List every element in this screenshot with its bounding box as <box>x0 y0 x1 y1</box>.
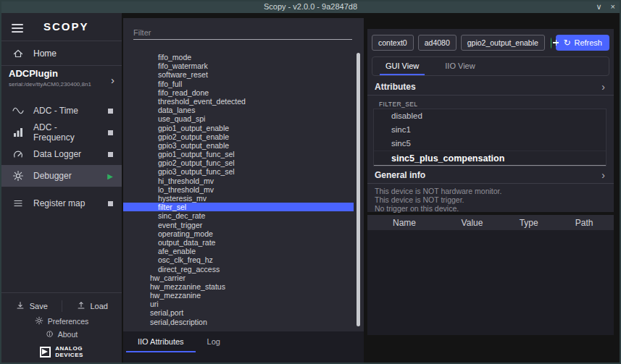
tree-item[interactable]: gpio3_output_func_sel <box>123 167 354 176</box>
tree-item[interactable]: gpio2_output_enable <box>123 132 354 141</box>
collapse-icon[interactable]: ∨ <box>596 0 602 13</box>
load-icon <box>76 300 86 312</box>
chevron-right-icon[interactable]: › <box>111 74 114 86</box>
tree-item[interactable]: lo_threshold_mv <box>123 185 354 194</box>
chevron-right-icon[interactable]: › <box>601 169 605 181</box>
stop-indicator-icon[interactable] <box>108 109 113 114</box>
load-button[interactable]: Load <box>62 300 122 312</box>
info-line: This device is NOT hardware monitor. <box>375 187 607 195</box>
tree-item[interactable]: uri <box>123 300 354 308</box>
tree-item[interactable]: hi_threshold_mv <box>123 177 354 185</box>
tree-item[interactable]: afe_enable <box>123 247 354 255</box>
sidebar-item-adc-frequency[interactable]: ADC - Frequency <box>1 122 122 143</box>
tree-item[interactable]: osc_clk_freq_hz <box>123 255 354 264</box>
tree-item-selected[interactable]: filter_sel <box>123 203 354 211</box>
sidebar-item-data-logger[interactable]: Data Logger <box>1 143 122 165</box>
attributes-section-header[interactable]: Attributes › <box>367 78 614 96</box>
dropdown-selected-option[interactable]: sinc5_plus_compensation <box>374 151 606 166</box>
info-line: This device is NOT trigger. <box>375 195 607 204</box>
tree-item[interactable]: output_data_rate <box>123 238 354 247</box>
breadcrumb-context[interactable]: context0 <box>372 35 414 51</box>
tree-item[interactable]: use_quad_spi <box>123 114 354 123</box>
column-header-path[interactable]: Path <box>554 218 614 228</box>
tree-item[interactable]: gpio2_output_func_sel <box>123 158 354 167</box>
sidebar-item-debugger[interactable]: Debugger ▶ <box>1 165 122 187</box>
sidebar-item-label: Debugger <box>33 171 99 181</box>
sidebar-item-adc-time[interactable]: ADC - Time <box>1 100 122 122</box>
analog-devices-logo: ANALOG DEVICES <box>1 345 122 358</box>
tree-item[interactable]: fifo_full <box>123 80 354 88</box>
tab-gui-view[interactable]: GUI View <box>372 57 432 75</box>
stop-indicator-icon[interactable] <box>108 152 113 157</box>
stop-indicator-icon[interactable] <box>108 201 113 206</box>
gear-icon <box>35 316 43 326</box>
filter-input[interactable] <box>133 27 352 40</box>
tab-iio-view[interactable]: IIO View <box>432 57 488 75</box>
breadcrumb-device[interactable]: ad4080 <box>418 35 457 51</box>
menu-icon[interactable] <box>12 22 23 35</box>
tree-item[interactable]: hw_carrier <box>123 274 354 282</box>
iio-tree: fifo_mode fifo_watermark software_reset … <box>123 53 354 329</box>
preferences-button[interactable]: Preferences <box>1 315 122 328</box>
tree-item[interactable]: gpio3_output_enable <box>123 141 354 150</box>
play-icon[interactable]: ▶ <box>107 172 113 180</box>
window-controls: ∨ × <box>596 0 616 13</box>
column-header-type[interactable]: Type <box>503 218 554 228</box>
scopy-logo: SCOPY <box>43 20 89 33</box>
tree-item[interactable]: gpio1_output_enable <box>123 124 354 132</box>
divider <box>1 292 122 293</box>
breadcrumb-attribute[interactable]: gpio2_output_enable <box>461 35 545 51</box>
general-info-lines: This device is NOT hardware monitor. Thi… <box>375 187 607 213</box>
tree-item[interactable]: serial,port <box>123 308 354 317</box>
detail-panel: context0 ad4080 gpio2_output_enable ↻ Re… <box>367 29 614 212</box>
bottom-tab-bar: IIO Attributes Log <box>123 331 364 363</box>
sine-wave-icon <box>12 105 25 117</box>
home-icon <box>12 48 25 59</box>
save-button[interactable]: Save <box>1 300 62 312</box>
refresh-button[interactable]: ↻ Refresh <box>556 35 609 51</box>
tree-item[interactable]: fifo_mode <box>123 53 354 62</box>
dropdown-option[interactable]: sinc5 <box>374 137 606 151</box>
add-icon[interactable] <box>551 38 552 48</box>
tab-log[interactable]: Log <box>196 331 232 352</box>
sidebar: SCOPY Home ADCPlugin serial:/dev/ttyACM0… <box>1 13 122 363</box>
tree-item[interactable]: hysteresis_mv <box>123 194 354 203</box>
tree-item[interactable]: gpio1_output_func_sel <box>123 150 354 158</box>
dropdown-option[interactable]: disabled <box>374 109 606 123</box>
tree-item[interactable]: event_trigger <box>123 221 354 229</box>
tree-item[interactable]: software_reset <box>123 70 354 79</box>
tree-item[interactable]: threshold_event_detected <box>123 97 354 106</box>
sidebar-item-home[interactable]: Home <box>1 43 122 64</box>
titlebar: Scopy - v2.0.0 - 9a2847d8 ∨ × <box>0 0 621 13</box>
general-info-title: General info <box>375 170 425 180</box>
general-info-section-header[interactable]: General info › <box>367 166 614 184</box>
tree-item[interactable]: hw_mezzanine <box>123 291 354 300</box>
brand-line: ANALOG <box>55 345 83 352</box>
tree-item[interactable]: fifo_read_done <box>123 88 354 97</box>
scrollbar-thumb[interactable] <box>357 53 360 326</box>
info-line: No trigger on this device. <box>375 204 607 213</box>
column-header-value[interactable]: Value <box>441 218 503 228</box>
column-header-name[interactable]: Name <box>367 218 441 228</box>
tree-item[interactable]: data_lanes <box>123 106 354 114</box>
tree-item[interactable]: direct_reg_access <box>123 265 354 274</box>
filter-sel-dropdown: disabled sinc1 sinc5 sinc5_plus_compensa… <box>373 109 607 166</box>
tree-item[interactable]: fifo_watermark <box>123 62 354 70</box>
chevron-right-icon[interactable]: › <box>601 81 605 93</box>
sidebar-item-register-map[interactable]: Register map <box>1 192 122 214</box>
tree-item[interactable]: sinc_dec_rate <box>123 211 354 220</box>
close-icon[interactable]: × <box>611 0 615 13</box>
tree-item[interactable]: hw_mezzanine_status <box>123 282 354 291</box>
plugin-name: ADCPlugin <box>9 68 122 79</box>
tree-item[interactable]: operating_mode <box>123 229 354 238</box>
dropdown-option[interactable]: sinc1 <box>374 123 606 137</box>
tab-iio-attributes[interactable]: IIO Attributes <box>126 331 196 352</box>
about-button[interactable]: About <box>1 328 122 341</box>
info-icon <box>46 330 54 339</box>
sidebar-footer: Save Load Preferences About <box>1 292 122 358</box>
save-icon <box>15 300 25 312</box>
sidebar-item-label: Home <box>33 48 57 59</box>
stop-indicator-icon[interactable] <box>108 130 113 135</box>
plugin-header[interactable]: ADCPlugin serial:/dev/ttyACM0,230400,8n1… <box>1 68 122 96</box>
tree-item[interactable]: serial,description <box>123 318 354 326</box>
